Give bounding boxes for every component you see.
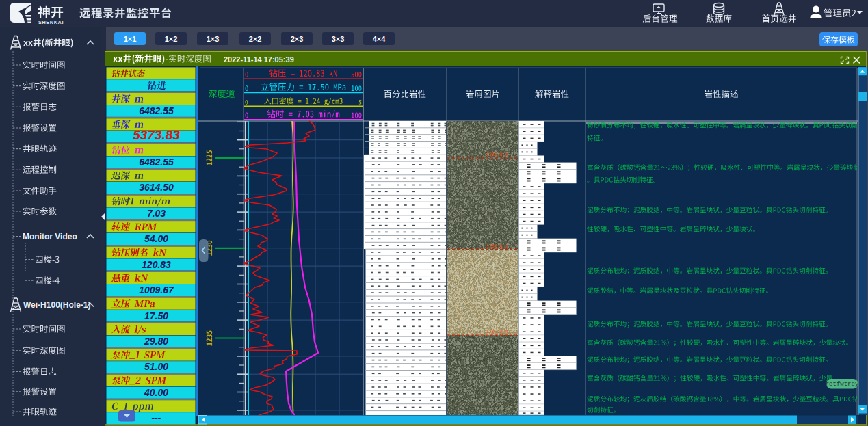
svg-text:1235.0 m: 1235.0 m bbox=[486, 330, 508, 334]
svg-text:retfwtrey: retfwtrey bbox=[826, 381, 859, 388]
svg-text:7.03: 7.03 bbox=[147, 208, 166, 219]
svg-text:Wei-H100(Hole-1): Wei-H100(Hole-1) bbox=[23, 300, 90, 310]
svg-text:3614.50: 3614.50 bbox=[139, 182, 174, 193]
svg-text:40.00: 40.00 bbox=[144, 387, 168, 398]
svg-text:6482.55: 6482.55 bbox=[139, 105, 174, 116]
svg-text:3×3: 3×3 bbox=[332, 35, 345, 43]
svg-text:17.50: 17.50 bbox=[144, 310, 168, 321]
svg-text:29.80: 29.80 bbox=[144, 336, 168, 347]
svg-text:2×3: 2×3 bbox=[291, 35, 304, 43]
svg-text:Monitor Video: Monitor Video bbox=[23, 232, 77, 241]
svg-text:---: --- bbox=[152, 412, 161, 423]
svg-text:1×1: 1×1 bbox=[124, 35, 137, 43]
svg-text:1×2: 1×2 bbox=[165, 35, 178, 43]
svg-text:54.00: 54.00 bbox=[144, 233, 168, 244]
svg-text:1×3: 1×3 bbox=[207, 35, 220, 43]
svg-text:2×2: 2×2 bbox=[249, 35, 262, 43]
svg-text:4×4: 4×4 bbox=[373, 35, 386, 43]
svg-text:6482.55: 6482.55 bbox=[139, 157, 174, 168]
svg-text:SHENKAI: SHENKAI bbox=[38, 19, 64, 25]
svg-text:1230.0 m: 1230.0 m bbox=[486, 244, 508, 249]
svg-text:2022-11-14 17:05:39: 2022-11-14 17:05:39 bbox=[224, 55, 294, 64]
svg-text:1009.67: 1009.67 bbox=[139, 284, 174, 295]
svg-text:5373.83: 5373.83 bbox=[133, 128, 180, 142]
svg-text:51.00: 51.00 bbox=[144, 361, 168, 372]
svg-text:1225.0 m: 1225.0 m bbox=[486, 152, 508, 157]
svg-text:120.83: 120.83 bbox=[142, 259, 171, 270]
